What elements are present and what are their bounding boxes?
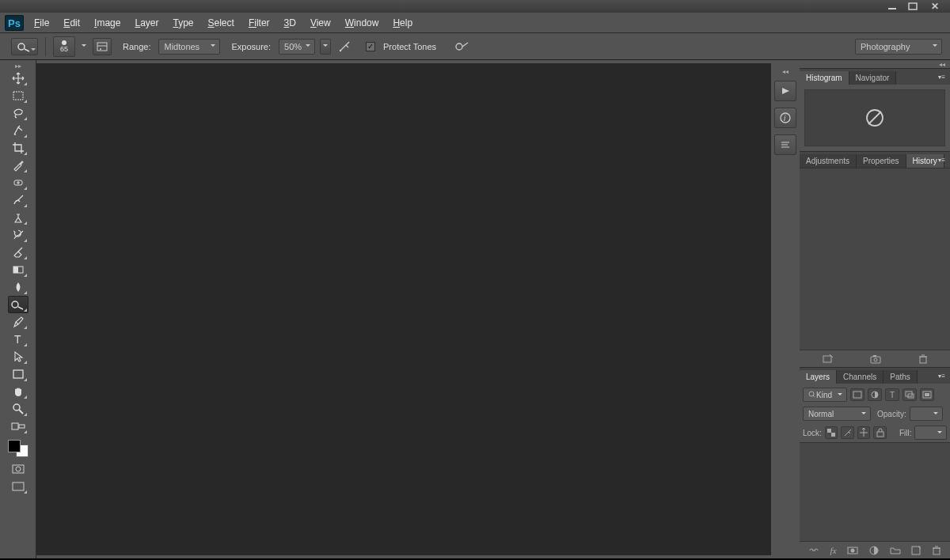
svg-rect-56 xyxy=(831,433,835,437)
canvas-area[interactable] xyxy=(36,63,771,555)
tool-path-select[interactable] xyxy=(8,348,28,365)
svg-text:T: T xyxy=(14,334,21,345)
tool-move[interactable] xyxy=(8,70,28,87)
tablet-pressure-button[interactable] xyxy=(452,38,473,55)
tab-properties[interactable]: Properties xyxy=(857,154,906,168)
link-layers-icon[interactable] xyxy=(808,547,819,554)
tool-eyedropper[interactable] xyxy=(8,157,28,174)
window-minimize-button[interactable] xyxy=(882,1,902,12)
filter-shape-icon[interactable] xyxy=(902,388,917,401)
tab-histogram[interactable]: Histogram xyxy=(800,71,849,85)
protect-tones-checkbox[interactable]: ✓ xyxy=(366,42,375,51)
window-close-button[interactable]: ✕ xyxy=(923,1,947,12)
menu-item-select[interactable]: Select xyxy=(201,13,241,33)
screen-mode-button[interactable] xyxy=(8,478,28,495)
tool-dodge[interactable] xyxy=(8,296,28,313)
info-panel-icon[interactable]: i xyxy=(774,108,796,128)
histogram-empty-state xyxy=(804,89,945,146)
tool-gradient[interactable] xyxy=(8,261,28,278)
tab-paths[interactable]: Paths xyxy=(884,370,918,384)
svg-point-24 xyxy=(13,404,20,411)
range-dropdown[interactable]: Midtones xyxy=(158,39,220,55)
svg-rect-63 xyxy=(912,547,920,554)
new-layer-icon[interactable] xyxy=(911,546,921,555)
quick-mask-button[interactable] xyxy=(8,460,28,478)
tool-marquee[interactable] xyxy=(8,87,28,104)
panel-menu-icon[interactable]: ▾≡ xyxy=(938,74,945,81)
blend-mode-dropdown[interactable]: Normal xyxy=(803,407,871,421)
lock-all-icon[interactable] xyxy=(873,426,887,439)
filter-adjust-icon[interactable] xyxy=(868,388,882,401)
menu-item-type[interactable]: Type xyxy=(165,13,200,33)
window-maximize-button[interactable] xyxy=(902,1,923,12)
lock-position-icon[interactable] xyxy=(857,426,871,439)
tool-eraser[interactable] xyxy=(8,244,28,261)
tab-layers[interactable]: Layers xyxy=(800,370,837,384)
tool-hand[interactable] xyxy=(8,383,28,400)
tool-3d-camera[interactable] xyxy=(8,418,28,435)
filter-type-icon[interactable]: T xyxy=(885,388,899,401)
exposure-label: Exposure: xyxy=(225,42,274,51)
tool-healing[interactable] xyxy=(8,174,28,191)
tool-zoom[interactable] xyxy=(8,400,28,418)
menu-item-filter[interactable]: Filter xyxy=(241,13,277,33)
panel-menu-icon[interactable]: ▾≡ xyxy=(938,373,945,380)
menu-item-help[interactable]: Help xyxy=(386,13,420,33)
filter-smart-icon[interactable] xyxy=(920,388,934,401)
delete-state-icon[interactable] xyxy=(918,354,928,364)
menu-item-3d[interactable]: 3D xyxy=(277,13,303,33)
svg-point-10 xyxy=(340,49,341,51)
svg-line-17 xyxy=(18,248,22,252)
toolbox-expand-handle[interactable]: ▸▸ xyxy=(0,62,36,70)
airbrush-toggle-button[interactable] xyxy=(336,38,356,55)
tool-blur[interactable] xyxy=(8,278,28,296)
tool-clone[interactable] xyxy=(8,209,28,226)
tool-type[interactable]: T xyxy=(8,331,28,348)
menu-item-edit[interactable]: Edit xyxy=(56,13,87,33)
tab-adjustments[interactable]: Adjustments xyxy=(800,154,857,168)
tool-quick-select[interactable] xyxy=(8,122,28,139)
layer-style-icon[interactable]: fx xyxy=(830,546,837,555)
tab-channels[interactable]: Channels xyxy=(837,370,884,384)
fill-field[interactable] xyxy=(914,426,947,440)
color-swatches[interactable] xyxy=(6,438,30,459)
create-document-from-state-icon[interactable] xyxy=(822,354,833,364)
tool-history-brush[interactable] xyxy=(8,226,28,244)
layer-mask-icon[interactable] xyxy=(847,547,858,554)
filter-pixel-icon[interactable] xyxy=(850,388,864,401)
tool-pen[interactable] xyxy=(8,313,28,331)
layer-group-icon[interactable] xyxy=(890,547,901,554)
foreground-color-swatch[interactable] xyxy=(8,440,21,452)
menu-item-image[interactable]: Image xyxy=(87,13,127,33)
lock-transparency-icon[interactable] xyxy=(825,426,838,439)
lock-pixels-icon[interactable] xyxy=(841,426,854,439)
snapshot-icon[interactable] xyxy=(870,354,881,364)
svg-rect-27 xyxy=(19,425,25,428)
tool-lasso[interactable] xyxy=(8,104,28,122)
adjustment-layer-icon[interactable] xyxy=(869,546,879,555)
menu-item-view[interactable]: View xyxy=(303,13,338,33)
menu-item-layer[interactable]: Layer xyxy=(127,13,165,33)
delete-layer-icon[interactable] xyxy=(932,546,941,555)
tool-crop[interactable] xyxy=(8,139,28,157)
tab-navigator[interactable]: Navigator xyxy=(849,71,897,85)
actions-panel-icon[interactable] xyxy=(774,81,796,101)
exposure-field[interactable]: 50% xyxy=(279,39,315,55)
brush-panel-toggle-button[interactable] xyxy=(93,38,112,55)
brush-preset-button[interactable]: 65 xyxy=(53,36,75,57)
tool-brush[interactable] xyxy=(8,191,28,209)
paragraph-panel-icon[interactable] xyxy=(774,134,796,155)
current-tool-preset-button[interactable] xyxy=(11,38,38,55)
menu-item-window[interactable]: Window xyxy=(338,13,386,33)
panel-menu-icon[interactable]: ▾≡ xyxy=(938,157,945,164)
panels-collapse-handle[interactable]: ◂◂ xyxy=(800,60,950,68)
workspace-switcher-dropdown[interactable]: Photography xyxy=(855,39,942,55)
tool-rectangle[interactable] xyxy=(8,365,28,383)
dock-strip-expand-handle[interactable]: ◂◂ xyxy=(771,68,800,74)
menu-item-file[interactable]: File xyxy=(27,13,56,33)
svg-point-5 xyxy=(18,44,25,50)
layer-filter-dropdown[interactable]: Kind xyxy=(803,388,847,402)
opacity-field[interactable] xyxy=(910,407,943,421)
svg-point-61 xyxy=(851,548,855,552)
exposure-slider-button[interactable] xyxy=(320,39,331,55)
